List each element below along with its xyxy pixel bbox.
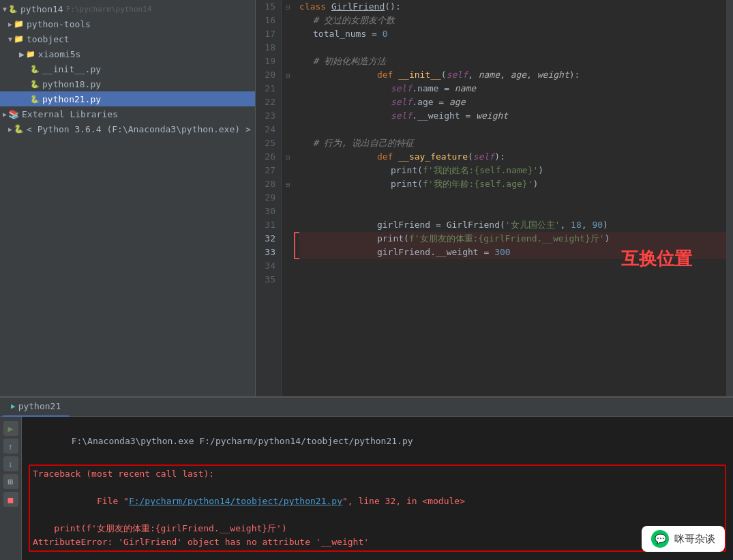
tab-python21-label: python21 — [18, 401, 61, 411]
line-num-25: 25 — [256, 136, 275, 150]
sidebar-libs-label: External Libraries — [22, 109, 118, 119]
expand-arrow-project: ▼ — [3, 5, 7, 13]
code-line-15: class GirlFriend(): — [299, 0, 726, 14]
sidebar-toobject-label: toobject — [27, 34, 70, 44]
code-line-29 — [299, 191, 726, 205]
code-line-23: self.__weight = weight — [299, 109, 726, 123]
project-icon: 🐍 — [8, 5, 18, 14]
code-line-17: total_nums = 0 — [299, 27, 726, 41]
sidebar-item-python18[interactable]: 🐍 python18.py — [0, 76, 255, 91]
terminal-traceback: Traceback (most recent call last): — [33, 467, 722, 481]
line-num-35: 35 — [256, 273, 275, 286]
bottom-tabs: ▶ python21 — [0, 398, 733, 417]
line-num-22: 22 — [256, 95, 275, 109]
sidebar-tools-label: python-tools — [27, 19, 91, 29]
expand-arrow-tools: ▶ — [8, 20, 12, 28]
run-button[interactable]: ▶ — [3, 421, 18, 436]
terminal-attr-error: AttributeError: 'GirlFriend' object has … — [33, 535, 722, 549]
tab-python21[interactable]: ▶ python21 — [3, 398, 69, 417]
terminal-output: F:\Anaconda3\python.exe F:/pycharm/pytho… — [22, 417, 733, 560]
terminal-toolbar: ▶ ↑ ↓ ⊞ ■ — [0, 417, 22, 560]
sidebar-interp-label: < Python 3.6.4 (F:\Anaconda3\python.exe)… — [27, 124, 251, 134]
line-num-32: 32 — [256, 232, 275, 246]
terminal-file-line: File "F:/pycharm/python14/toobject/pytho… — [33, 481, 722, 522]
fold-26: ⊟ — [286, 153, 290, 161]
sidebar-python18-label: python18.py — [42, 79, 101, 89]
fold-20: ⊟ — [286, 72, 290, 79]
line-num-21: 21 — [256, 82, 275, 95]
sidebar-project-label: python14 — [20, 4, 63, 14]
line-num-19: 19 — [256, 55, 275, 68]
folder-icon-toobject: 📁 — [14, 34, 24, 44]
expand-arrow-interp: ▶ — [8, 126, 12, 133]
sidebar-project-path: F:\pycharm\python14 — [66, 5, 152, 14]
sidebar-python21-label: python21.py — [42, 94, 101, 104]
fold-28: ⊟ — [286, 181, 290, 188]
swap-annotation: 互换位置 — [621, 247, 692, 271]
line-num-30: 30 — [256, 205, 275, 218]
main-area: ▼ 🐍 python14 F:\pycharm\python14 ▶ 📁 pyt… — [0, 0, 733, 396]
code-line-35 — [299, 273, 726, 286]
sidebar-item-python21[interactable]: 🐍 python21.py — [0, 91, 255, 106]
sidebar-item-xiaomi5s[interactable]: ▶ 📁 xiaomi5s — [0, 46, 255, 61]
grid-button[interactable]: ⊞ — [3, 474, 18, 489]
py-icon-21: 🐍 — [30, 95, 40, 104]
folder-icon-xiaomi: 📁 — [26, 50, 35, 59]
terminal-file-link[interactable]: F:/pycharm/python14/toobject/python21.py — [129, 496, 342, 506]
line-num-34: 34 — [256, 259, 275, 273]
fold-15: ⊟ — [286, 3, 290, 11]
line-num-23: 23 — [256, 109, 275, 123]
code-line-28: print(f'我的年龄:{self.age}') — [299, 177, 726, 191]
code-content[interactable]: class GirlFriend(): # 交过的女朋友个数 total_num… — [294, 0, 726, 396]
stop-button[interactable]: ■ — [3, 492, 18, 507]
py-icon-18: 🐍 — [30, 80, 40, 89]
watermark-text: 咪哥杂谈 — [674, 533, 715, 546]
wechat-icon: 💬 — [651, 530, 669, 548]
line-num-24: 24 — [256, 123, 275, 136]
line-num-33: 33 — [256, 246, 275, 259]
line-num-29: 29 — [256, 191, 275, 205]
sidebar-item-toobject[interactable]: ▼ 📁 toobject — [0, 31, 255, 46]
py-icon-init: 🐍 — [30, 65, 40, 74]
line-num-31: 31 — [256, 218, 275, 232]
line-num-18: 18 — [256, 41, 275, 55]
code-line-16: # 交过的女朋友个数 — [299, 14, 726, 27]
python-icon-interp: 🐍 — [14, 124, 24, 134]
line-num-26: 26 — [256, 150, 275, 164]
fold-markers: ⊟ ⊟ ⊟ ⊟ — [282, 0, 294, 396]
sidebar-item-init[interactable]: 🐍 __init__.py — [0, 61, 255, 76]
sidebar-xiaomi-label: xiaomi5s — [38, 49, 81, 59]
editor: 互换位置 15 16 17 18 19 20 21 22 23 24 25 26… — [256, 0, 733, 396]
line-num-28: 28 — [256, 177, 275, 191]
expand-arrow-libs: ▶ — [3, 110, 7, 118]
terminal-content: ▶ ↑ ↓ ⊞ ■ F:\Anaconda3\python.exe F:/pyc… — [0, 417, 733, 560]
libs-icon: 📚 — [8, 109, 19, 119]
expand-arrow-toobject: ▼ — [8, 35, 12, 43]
sidebar: ▼ 🐍 python14 F:\pycharm\python14 ▶ 📁 pyt… — [0, 0, 256, 396]
code-line-18 — [299, 41, 726, 55]
terminal-run-cmd: F:\Anaconda3\python.exe F:/pycharm/pytho… — [29, 421, 726, 462]
watermark: 💬 咪哥杂谈 — [642, 526, 725, 552]
sidebar-item-python-interp[interactable]: ▶ 🐍 < Python 3.6.4 (F:\Anaconda3\python.… — [0, 121, 255, 136]
line-num-20: 20 — [256, 68, 275, 82]
code-area: 15 16 17 18 19 20 21 22 23 24 25 26 27 2… — [256, 0, 733, 396]
line-numbers: 15 16 17 18 19 20 21 22 23 24 25 26 27 2… — [256, 0, 282, 396]
line-num-15: 15 — [256, 0, 275, 14]
line-num-27: 27 — [256, 164, 275, 177]
terminal-code-line: print(f'女朋友的体重:{girlFriend.__weight}斤') — [33, 522, 722, 535]
code-line-24 — [299, 123, 726, 136]
sidebar-init-label: __init__.py — [42, 64, 101, 74]
sidebar-item-project[interactable]: ▼ 🐍 python14 F:\pycharm\python14 — [0, 1, 255, 16]
down-button[interactable]: ↓ — [3, 456, 18, 471]
folder-icon-tools: 📁 — [14, 19, 24, 29]
line-num-17: 17 — [256, 27, 275, 41]
up-button[interactable]: ↑ — [3, 439, 18, 454]
bottom-panel: ▶ python21 ▶ ↑ ↓ ⊞ ■ F:\Anaconda3\python… — [0, 396, 733, 560]
terminal-exit-line: Process finished with exit code 1 — [29, 555, 726, 560]
line-num-16: 16 — [256, 14, 275, 27]
run-icon-tab: ▶ — [11, 402, 16, 411]
editor-scrollbar[interactable] — [726, 0, 733, 396]
terminal-error-box: Traceback (most recent call last): File … — [29, 465, 726, 552]
sidebar-item-python-tools[interactable]: ▶ 📁 python-tools — [0, 16, 255, 31]
sidebar-item-ext-libs[interactable]: ▶ 📚 External Libraries — [0, 106, 255, 121]
